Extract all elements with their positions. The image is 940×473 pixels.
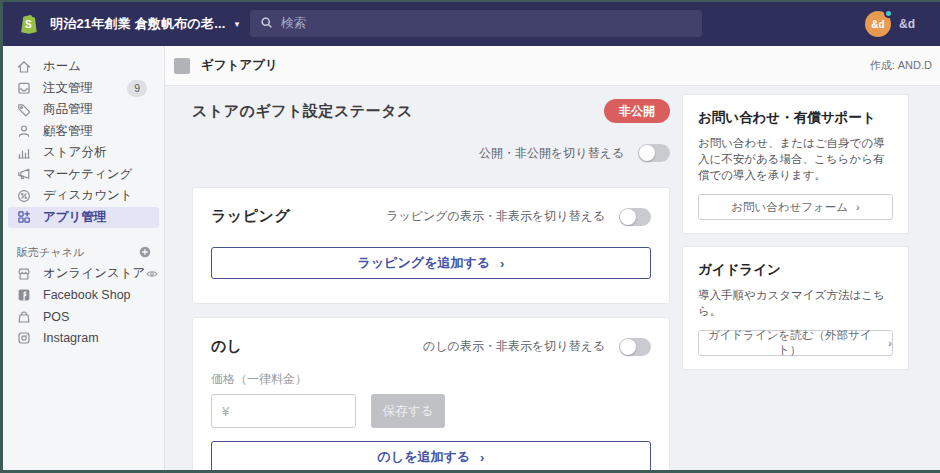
sidebar-item-pos[interactable]: POS — [8, 306, 159, 328]
store-name: 明治21年創業 倉敷帆布の老... — [50, 15, 226, 33]
gift-status-title: ストアのギフト設定ステータス — [192, 102, 413, 121]
add-wrapping-label: ラッピングを追加する — [358, 254, 490, 272]
sidebar-item-label: マーケティング — [43, 166, 147, 183]
add-noshi-button[interactable]: のしを追加する › — [211, 441, 651, 470]
eye-icon[interactable] — [145, 267, 159, 281]
noshi-card: のし のしの表示・非表示を切り替える 価格（一律料金） 保存する — [192, 317, 670, 470]
chevron-right-icon: › — [888, 337, 892, 349]
publish-toggle[interactable] — [638, 144, 670, 162]
discount-icon — [16, 188, 32, 204]
chevron-right-icon: › — [856, 201, 860, 213]
wrapping-visibility-toggle[interactable] — [619, 208, 651, 226]
read-guideline-button[interactable]: ガイドラインを読む（外部サイト） › — [698, 330, 893, 356]
topbar: S 明治21年創業 倉敷帆布の老... ▾ 検索 &d &d — [3, 2, 940, 46]
sidebar-item-marketing[interactable]: マーケティング — [8, 164, 159, 186]
publish-toggle-label: 公開・非公開を切り替える — [479, 145, 624, 162]
sidebar-item-apps[interactable]: アプリ管理 — [8, 207, 159, 229]
avatar-initials: &d — [871, 19, 884, 30]
add-wrapping-button[interactable]: ラッピングを追加する › — [211, 247, 651, 279]
sidebar-item-products[interactable]: 商品管理 — [8, 99, 159, 121]
support-body: お問い合わせ、またはご自身での導入に不安がある場合、こちらから有償での導入を承り… — [698, 135, 893, 183]
contact-form-label: お問い合わせフォーム — [731, 200, 848, 215]
sidebar-item-instagram[interactable]: Instagram — [8, 328, 159, 350]
user-menu[interactable]: &d &d — [865, 2, 915, 46]
page-header: ギフトアプリ 作成: AND.D — [165, 46, 940, 86]
created-by-label: 作成: AND.D — [870, 58, 932, 73]
chevron-right-icon: › — [480, 450, 484, 465]
user-label: &d — [899, 17, 915, 31]
wrapping-card: ラッピング ラッピングの表示・非表示を切り替える ラッピングを追加する › — [192, 187, 670, 304]
sidebar-item-label: ディスカウント — [43, 187, 147, 204]
gift-status-section: ストアのギフト設定ステータス 非公開 — [192, 99, 670, 123]
price-input[interactable] — [211, 394, 356, 428]
app-placeholder-icon — [174, 58, 190, 74]
shopify-logo-icon: S — [18, 12, 40, 36]
sidebar-item-orders[interactable]: 注文管理 9 — [8, 78, 159, 100]
megaphone-icon — [16, 166, 32, 182]
help-column: お問い合わせ・有償サポート お問い合わせ、またはご自身での導入に不安がある場合、… — [682, 94, 909, 470]
home-icon — [16, 59, 32, 75]
instagram-icon — [16, 330, 32, 346]
wrapping-toggle-label: ラッピングの表示・非表示を切り替える — [386, 208, 605, 225]
avatar: &d — [865, 11, 891, 37]
sidebar-item-analytics[interactable]: ストア分析 — [8, 142, 159, 164]
price-label: 価格（一律料金） — [211, 371, 651, 388]
orders-count-badge: 9 — [127, 80, 147, 97]
read-guideline-label: ガイドラインを読む（外部サイト） — [699, 328, 880, 358]
page-title: ギフトアプリ — [201, 57, 870, 74]
app-window: S 明治21年創業 倉敷帆布の老... ▾ 検索 &d &d — [3, 2, 940, 470]
status-badge: 非公開 — [604, 99, 670, 123]
sidebar-item-label: ホーム — [43, 58, 147, 75]
support-card: お問い合わせ・有償サポート お問い合わせ、またはご自身での導入に不安がある場合、… — [682, 94, 909, 234]
page-content: ストアのギフト設定ステータス 非公開 公開・非公開を切り替える ラッピング ラッ… — [165, 86, 940, 470]
sales-channels-header: 販売チャネル — [3, 241, 164, 263]
sidebar-item-discounts[interactable]: ディスカウント — [8, 185, 159, 207]
orders-icon — [16, 80, 32, 96]
customers-icon — [16, 123, 32, 139]
add-channel-button[interactable] — [138, 245, 152, 259]
guideline-title: ガイドライン — [698, 261, 893, 279]
search-placeholder: 検索 — [281, 15, 306, 32]
publish-toggle-row: 公開・非公開を切り替える — [192, 144, 670, 162]
sidebar-item-label: POS — [43, 310, 147, 324]
save-button[interactable]: 保存する — [371, 394, 445, 428]
sidebar-item-customers[interactable]: 顧客管理 — [8, 121, 159, 143]
guideline-body: 導入手順やカスタマイズ方法はこちら。 — [698, 287, 893, 319]
search-input[interactable]: 検索 — [250, 10, 702, 37]
support-title: お問い合わせ・有償サポート — [698, 109, 893, 127]
sidebar-item-label: アプリ管理 — [43, 209, 147, 226]
wrapping-title: ラッピング — [211, 207, 290, 226]
sidebar-item-label: 商品管理 — [43, 101, 147, 118]
wrapping-toggle-row: ラッピングの表示・非表示を切り替える — [386, 208, 651, 226]
apps-icon — [16, 209, 32, 225]
noshi-toggle-row: のしの表示・非表示を切り替える — [423, 338, 651, 356]
tag-icon — [16, 102, 32, 118]
online-store-icon — [16, 266, 32, 282]
sidebar-item-label: 顧客管理 — [43, 123, 147, 140]
add-noshi-label: のしを追加する — [378, 448, 471, 466]
sidebar-item-facebook-shop[interactable]: Facebook Shop — [8, 285, 159, 307]
guideline-card: ガイドライン 導入手順やカスタマイズ方法はこちら。 ガイドラインを読む（外部サイ… — [682, 246, 909, 370]
sidebar: ホーム 注文管理 9 商品管理 顧客管理 — [3, 46, 165, 470]
sidebar-item-label: 注文管理 — [43, 80, 127, 97]
sales-channels-title: 販売チャネル — [17, 245, 84, 260]
sidebar-item-label: Instagram — [43, 331, 147, 345]
sidebar-item-label: Facebook Shop — [43, 288, 147, 302]
svg-text:S: S — [25, 19, 32, 30]
sidebar-item-label: ストア分析 — [43, 144, 147, 161]
noshi-visibility-toggle[interactable] — [619, 338, 651, 356]
main-area: ギフトアプリ 作成: AND.D ストアのギフト設定ステータス 非公開 公開・非… — [165, 46, 940, 470]
sidebar-item-home[interactable]: ホーム — [8, 56, 159, 78]
chevron-right-icon: › — [500, 256, 504, 271]
store-switcher[interactable]: 明治21年創業 倉敷帆布の老... ▾ — [40, 15, 239, 33]
facebook-icon — [16, 287, 32, 303]
notification-dot — [884, 9, 893, 18]
chevron-down-icon: ▾ — [235, 20, 240, 29]
contact-form-button[interactable]: お問い合わせフォーム › — [698, 194, 893, 220]
sidebar-item-label: オンラインストア — [43, 265, 145, 282]
noshi-toggle-label: のしの表示・非表示を切り替える — [423, 338, 605, 355]
pos-bag-icon — [16, 309, 32, 325]
search-icon — [260, 15, 273, 33]
noshi-title: のし — [211, 337, 243, 356]
sidebar-item-online-store[interactable]: オンラインストア — [8, 263, 159, 285]
